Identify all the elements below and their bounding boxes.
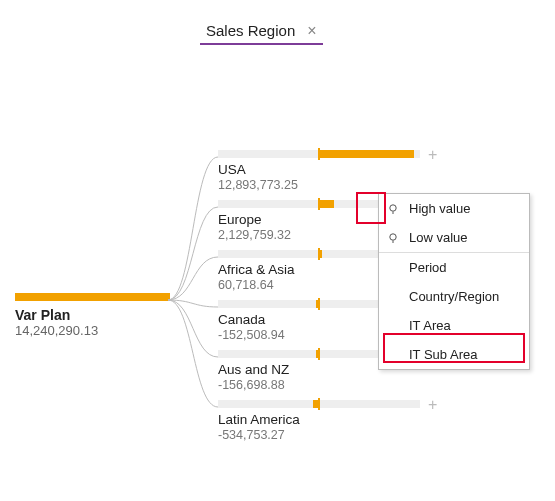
breakdown-header: Sales Region × [200,20,323,45]
bar-track [218,150,318,158]
child-label: Africa & Asia [218,262,295,277]
menu-item[interactable]: IT Sub Area [379,340,529,369]
child-label: Aus and NZ [218,362,289,377]
child-label: Europe [218,212,262,227]
root-label: Var Plan [15,307,170,323]
bar-track [218,200,318,208]
bar-fill [320,150,414,158]
bar-fill [316,350,318,358]
child-value: 2,129,759.32 [218,228,291,242]
menu-item-label: Low value [409,230,468,245]
child-label: USA [218,162,246,177]
svg-point-2 [390,233,396,239]
close-icon[interactable]: × [307,23,316,39]
context-menu: High valueLow valuePeriodCountry/RegionI… [378,193,530,370]
zero-tick [318,398,320,410]
menu-item[interactable]: Period [379,252,529,282]
expand-icon[interactable]: + [428,396,437,414]
menu-item-label: IT Sub Area [409,347,477,362]
bar-track [218,250,318,258]
bar-fill [316,300,318,308]
bar-fill [320,200,334,208]
menu-item[interactable]: Country/Region [379,282,529,311]
menu-item-label: Country/Region [409,289,499,304]
bar-track [218,400,318,408]
root-bar [15,293,170,301]
bar-track [218,350,318,358]
child-label: Latin America [218,412,300,427]
bar-track [320,400,420,408]
child-label: Canada [218,312,265,327]
bar-fill [313,400,318,408]
expand-icon[interactable]: + [428,146,437,164]
child-value: -152,508.94 [218,328,285,342]
menu-item[interactable]: IT Area [379,311,529,340]
bar-fill [320,250,322,258]
menu-item[interactable]: Low value [379,223,529,252]
child-value: -156,698.88 [218,378,285,392]
menu-item-label: IT Area [409,318,451,333]
root-node[interactable]: Var Plan 14,240,290.13 [15,293,170,338]
menu-item[interactable]: High value [379,194,529,223]
zero-tick [318,348,320,360]
bulb-icon [387,203,399,215]
root-value: 14,240,290.13 [15,323,170,338]
child-value: 60,718.64 [218,278,274,292]
svg-point-0 [390,204,396,210]
child-value: -534,753.27 [218,428,285,442]
bar-track [218,300,318,308]
menu-item-label: Period [409,260,447,275]
tree-connectors [168,152,218,452]
child-node[interactable]: +Latin America-534,753.27 [218,400,528,450]
bulb-icon [387,232,399,244]
child-value: 12,893,773.25 [218,178,298,192]
menu-item-label: High value [409,201,470,216]
breakdown-title: Sales Region [206,22,295,39]
zero-tick [318,298,320,310]
